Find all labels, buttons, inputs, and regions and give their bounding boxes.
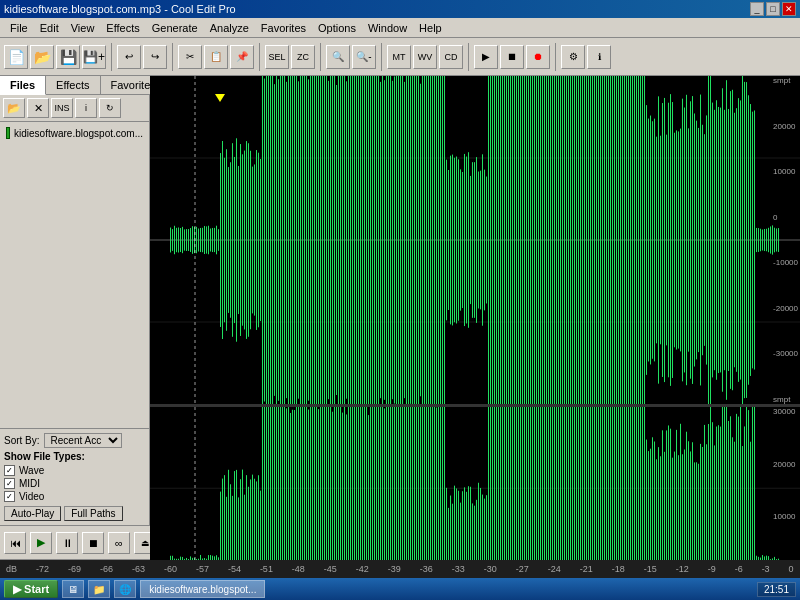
db-ruler-label: -45	[324, 564, 337, 574]
separator-1	[111, 43, 112, 71]
menu-analyze[interactable]: Analyze	[204, 20, 255, 36]
panel-insert[interactable]: INS	[51, 98, 73, 118]
toolbar-zero-cross[interactable]: ZC	[291, 45, 315, 69]
panel-info[interactable]: i	[75, 98, 97, 118]
menu-options[interactable]: Options	[312, 20, 362, 36]
taskbar-icon2[interactable]: 📁	[88, 580, 110, 598]
auto-play-button[interactable]: Auto-Play	[4, 506, 61, 521]
toolbar-redo[interactable]: ↪	[143, 45, 167, 69]
video-checkbox[interactable]: ✓	[4, 491, 15, 502]
toolbar-waveform[interactable]: WV	[413, 45, 437, 69]
full-paths-button[interactable]: Full Paths	[64, 506, 122, 521]
separator-3	[259, 43, 260, 71]
waveform-area: smpt 20000 10000 0 -10000 -20000 -30000 …	[150, 76, 800, 525]
toolbar-props[interactable]: ℹ	[587, 45, 611, 69]
taskbar-icon1[interactable]: 🖥	[62, 580, 84, 598]
db-ruler: dB-72-69-66-63-60-57-54-51-48-45-42-39-3…	[0, 560, 800, 578]
tab-effects[interactable]: Effects	[46, 76, 100, 94]
db-ruler-label: -12	[676, 564, 689, 574]
panel-tabs: Files Effects Favorites	[0, 76, 149, 95]
toolbar-paste[interactable]: 📌	[230, 45, 254, 69]
pause-button[interactable]: ⏸	[56, 532, 78, 554]
toolbar-cd[interactable]: CD	[439, 45, 463, 69]
toolbar-cut[interactable]: ✂	[178, 45, 202, 69]
separator-7	[555, 43, 556, 71]
skip-start-button[interactable]: ⏮	[4, 532, 26, 554]
close-button[interactable]: ✕	[782, 2, 796, 16]
tab-files[interactable]: Files	[0, 76, 46, 95]
loop-button[interactable]: ∞	[108, 532, 130, 554]
filetype-wave-row: ✓ Wave	[4, 465, 145, 476]
taskbar-time: 21:51	[757, 582, 796, 597]
separator-4	[320, 43, 321, 71]
midi-checkbox[interactable]: ✓	[4, 478, 15, 489]
db-ruler-label: -60	[164, 564, 177, 574]
db-ruler-label: -51	[260, 564, 273, 574]
window-title: kidiesoftware.blogspot.com.mp3 - Cool Ed…	[4, 3, 236, 15]
db-ruler-label: -72	[36, 564, 49, 574]
file-item[interactable]: kidiesoftware.blogspot.com...	[3, 125, 146, 141]
menu-window[interactable]: Window	[362, 20, 413, 36]
menu-view[interactable]: View	[65, 20, 101, 36]
midi-label: MIDI	[19, 478, 40, 489]
toolbar-undo[interactable]: ↩	[117, 45, 141, 69]
taskbar-cooledit[interactable]: kidiesoftware.blogspot...	[140, 580, 265, 598]
db-ruler-label: -63	[132, 564, 145, 574]
toolbar-zoom-out[interactable]: 🔍-	[352, 45, 376, 69]
file-list: kidiesoftware.blogspot.com...	[0, 122, 149, 428]
menu-favorites[interactable]: Favorites	[255, 20, 312, 36]
play-button[interactable]: ▶	[30, 532, 52, 554]
toolbar-select-all[interactable]: SEL	[265, 45, 289, 69]
file-name: kidiesoftware.blogspot.com...	[14, 128, 143, 139]
toolbar-stop[interactable]: ⏹	[500, 45, 524, 69]
taskbar: ▶ Start 🖥 📁 🌐 kidiesoftware.blogspot... …	[0, 578, 800, 600]
show-filetypes: Sort By: Recent Acc Name Date Show File …	[0, 428, 149, 525]
panel-loop[interactable]: ↻	[99, 98, 121, 118]
maximize-button[interactable]: □	[766, 2, 780, 16]
db-ruler-label: dB	[6, 564, 17, 574]
toolbar-saveas[interactable]: 💾+	[82, 45, 106, 69]
menu-generate[interactable]: Generate	[146, 20, 204, 36]
toolbar-save[interactable]: 💾	[56, 45, 80, 69]
db-ruler-label: -54	[228, 564, 241, 574]
toolbar-play[interactable]: ▶	[474, 45, 498, 69]
panel-open[interactable]: 📂	[3, 98, 25, 118]
waveform-top[interactable]: smpt 20000 10000 0 -10000 -20000 -30000 …	[150, 76, 800, 407]
filetype-midi-row: ✓ MIDI	[4, 478, 145, 489]
wave-checkbox[interactable]: ✓	[4, 465, 15, 476]
toolbar-new[interactable]: 📄	[4, 45, 28, 69]
main-toolbar: 📄 📂 💾 💾+ ↩ ↪ ✂ 📋 📌 SEL ZC 🔍 🔍- MT WV CD …	[0, 38, 800, 76]
toolbar-zoom-in[interactable]: 🔍	[326, 45, 350, 69]
sort-label: Sort By:	[4, 435, 40, 446]
video-label: Video	[19, 491, 44, 502]
menu-edit[interactable]: Edit	[34, 20, 65, 36]
start-button[interactable]: ▶ Start	[4, 580, 58, 598]
db-ruler-label: -33	[452, 564, 465, 574]
menu-help[interactable]: Help	[413, 20, 448, 36]
stop-button[interactable]: ⏹	[82, 532, 104, 554]
window-controls: _ □ ✕	[750, 2, 796, 16]
toolbar-multitrack[interactable]: MT	[387, 45, 411, 69]
separator-6	[468, 43, 469, 71]
toolbar-record[interactable]: ⏺	[526, 45, 550, 69]
toolbar-open[interactable]: 📂	[30, 45, 54, 69]
db-ruler-label: -66	[100, 564, 113, 574]
db-ruler-label: -3	[762, 564, 770, 574]
panel-close[interactable]: ✕	[27, 98, 49, 118]
db-ruler-label: -48	[292, 564, 305, 574]
toolbar-settings[interactable]: ⚙	[561, 45, 585, 69]
menu-file[interactable]: File	[4, 20, 34, 36]
wave-label: Wave	[19, 465, 44, 476]
minimize-button[interactable]: _	[750, 2, 764, 16]
db-ruler-label: -39	[388, 564, 401, 574]
db-ruler-label: -36	[420, 564, 433, 574]
taskbar-icon3[interactable]: 🌐	[114, 580, 136, 598]
sort-dropdown[interactable]: Recent Acc Name Date	[44, 433, 122, 448]
toolbar-copy[interactable]: 📋	[204, 45, 228, 69]
db-ruler-label: -18	[612, 564, 625, 574]
taskbar-tray: 21:51	[757, 582, 796, 597]
db-ruler-label: -21	[580, 564, 593, 574]
menu-effects[interactable]: Effects	[100, 20, 145, 36]
waveform-top-canvas	[150, 76, 800, 404]
file-icon	[6, 127, 10, 139]
